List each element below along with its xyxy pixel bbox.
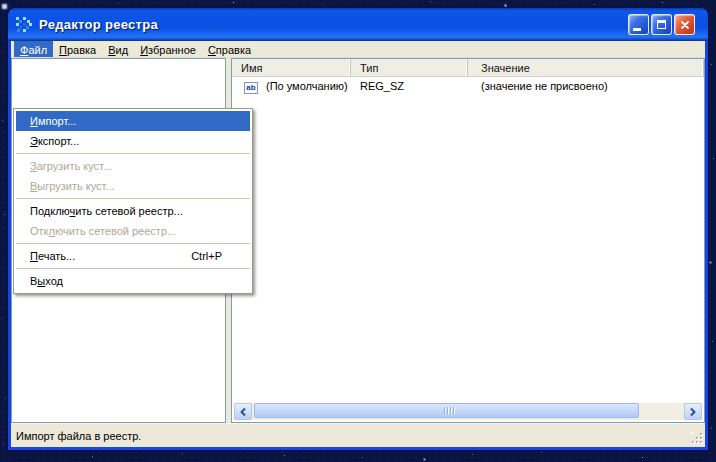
- menu-favorites[interactable]: Избранное: [134, 41, 202, 57]
- column-header-type[interactable]: Тип: [351, 59, 468, 76]
- desktop-stars: [0, 0, 1, 1]
- menu-item-load-hive: Загрузить куст...: [14, 156, 252, 176]
- minimize-icon: [633, 28, 641, 31]
- menu-item-print[interactable]: Печать... Ctrl+P: [14, 246, 252, 266]
- menu-item-export[interactable]: Экспорт...: [14, 131, 252, 151]
- menu-item-label: Выгрузить куст...: [30, 180, 248, 192]
- menu-item-shortcut: Ctrl+P: [191, 250, 222, 262]
- window-controls: [628, 14, 695, 35]
- titlebar[interactable]: Редактор реестра: [8, 8, 708, 41]
- status-bar: Импорт файла в реестр.: [11, 423, 705, 447]
- work-area: Имя Тип Значение ab (По умолчанию) REG_S…: [11, 58, 705, 423]
- menu-item-label: Экспорт...: [30, 135, 248, 147]
- menu-view[interactable]: Вид: [102, 41, 134, 57]
- menu-separator: [16, 153, 250, 154]
- list-header: Имя Тип Значение: [232, 59, 704, 77]
- menu-item-label: Подключить сетевой реестр...: [30, 205, 248, 217]
- menu-item-label: Выход: [30, 275, 248, 287]
- menu-separator: [16, 243, 250, 244]
- maximize-button[interactable]: [651, 14, 672, 35]
- menu-item-label: Печать...: [30, 250, 191, 262]
- menu-separator: [16, 268, 250, 269]
- scroll-right-button[interactable]: [684, 403, 702, 420]
- value-type: REG_SZ: [351, 80, 468, 92]
- menu-file[interactable]: Файл: [14, 41, 53, 57]
- menu-item-connect-network-registry[interactable]: Подключить сетевой реестр...: [14, 201, 252, 221]
- minimize-button[interactable]: [628, 14, 649, 35]
- menu-item-exit[interactable]: Выход: [14, 271, 252, 291]
- file-menu-dropdown: Импорт... Экспорт... Загрузить куст... В…: [13, 108, 253, 294]
- column-header-value[interactable]: Значение: [468, 59, 704, 76]
- status-text: Импорт файла в реестр.: [16, 430, 141, 442]
- window-title: Редактор реестра: [39, 17, 628, 32]
- menu-item-disconnect-network-registry: Отключить сетевой реестр...: [14, 221, 252, 241]
- close-button[interactable]: [674, 14, 695, 35]
- menu-help[interactable]: Справка: [202, 41, 257, 57]
- scrollbar-track[interactable]: [253, 403, 683, 420]
- scrollbar-thumb[interactable]: [254, 403, 639, 418]
- string-value-ab-icon: ab: [244, 82, 258, 94]
- registry-cube-icon: [16, 17, 33, 33]
- scroll-left-button[interactable]: [234, 403, 252, 420]
- close-icon: [679, 19, 691, 31]
- value-name: (По умолчанию): [266, 80, 348, 92]
- value-data: (значение не присвоено): [468, 80, 704, 92]
- menu-item-label: Загрузить куст...: [30, 160, 248, 172]
- resize-grip[interactable]: [691, 432, 704, 445]
- window-body: Файл Правка Вид Избранное Справка Имя Ти…: [8, 41, 708, 450]
- menu-bar: Файл Правка Вид Избранное Справка: [11, 41, 705, 58]
- horizontal-scrollbar[interactable]: [234, 403, 702, 420]
- menu-item-import[interactable]: Импорт...: [16, 111, 250, 131]
- scrollbar-grip-icon: [444, 407, 445, 414]
- chevron-right-icon: [689, 407, 697, 417]
- values-list-pane[interactable]: Имя Тип Значение ab (По умолчанию) REG_S…: [231, 58, 705, 423]
- menu-separator: [16, 198, 250, 199]
- menu-edit[interactable]: Правка: [53, 41, 102, 57]
- chevron-left-icon: [239, 407, 247, 417]
- table-row[interactable]: ab (По умолчанию) REG_SZ (значение не пр…: [232, 77, 704, 94]
- registry-editor-window: Редактор реестра Файл Правка Вид Избранн…: [8, 8, 708, 450]
- maximize-icon: [657, 20, 666, 29]
- menu-item-label: Импорт...: [30, 115, 246, 127]
- menu-item-unload-hive: Выгрузить куст...: [14, 176, 252, 196]
- menu-item-label: Отключить сетевой реестр...: [30, 225, 248, 237]
- column-header-name[interactable]: Имя: [232, 59, 351, 76]
